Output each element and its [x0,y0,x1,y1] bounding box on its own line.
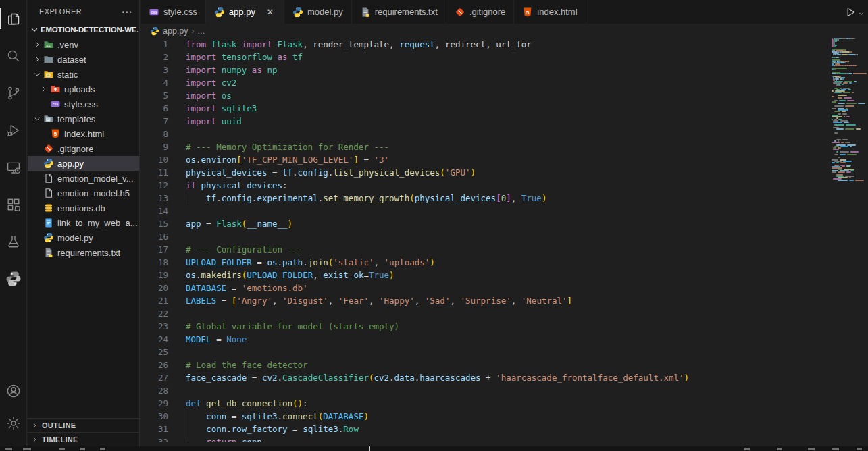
run-python-file-button[interactable] [845,7,856,18]
code-line[interactable]: 25 [141,346,829,359]
activity-bar-item-settings[interactable] [0,407,27,440]
explorer-more-actions-icon[interactable]: ··· [122,8,132,15]
html-icon: 5 [522,7,533,18]
activity-bar-item-extensions[interactable] [0,186,27,223]
minimap-line [846,171,851,173]
line-number: 13 [141,192,168,205]
code-line[interactable]: 3import numpy as np [141,63,829,76]
activity-bar-item-search[interactable] [0,37,27,74]
minimap-line [846,103,857,104]
minimap-line [841,142,844,143]
root-folder-label: EMOTION-DETECTION-WE... [41,26,139,34]
file-style.css[interactable]: cssstyle.css [28,97,139,111]
file-emotion-model-v...[interactable]: emotion_model_v... [28,171,139,186]
activity-bar-item-python[interactable] [0,260,27,297]
tab-.gitignore[interactable]: .gitignore [446,0,514,24]
code-line[interactable]: 17# --- Configuration --- [141,243,829,256]
folder-templates[interactable]: templates [28,111,139,126]
code-line[interactable]: 9# --- Memory Optimization for Render --… [141,140,829,153]
minimap-line [852,38,855,39]
code-line[interactable]: 31 conn.row_factory = sqlite3.Row [141,423,829,435]
line-number: 8 [141,128,168,140]
code-line[interactable]: 29def get_db_connection(): [141,397,829,410]
chevron-down-icon[interactable] [32,69,43,80]
code-line[interactable]: 21LABELS = ['Angry', 'Disgust', 'Fear', … [141,294,829,307]
chevron-down-icon[interactable] [32,113,43,124]
file-emotion-model.h5[interactable]: emotion_model.h5 [28,186,139,201]
tab-label: app.py [229,7,255,17]
minimap-line [845,128,854,130]
chevron-right-icon[interactable] [32,39,43,50]
code-line[interactable]: 11physical_devices = tf.config.list_phys… [141,166,829,179]
folder-static-icon [43,69,54,80]
activity-bar-item-run-debug[interactable] [0,111,27,149]
code-editor[interactable]: 1from flask import Flask, render_templat… [141,38,829,442]
files-icon [5,11,22,27]
minimap-line [840,151,850,153]
code-line[interactable]: 13 tf.config.experimental.set_memory_gro… [141,192,829,205]
code-line[interactable]: 6import sqlite3 [141,102,829,115]
minimap-line [833,122,842,123]
code-line[interactable]: 32 return conn [141,435,829,442]
tab-style.css[interactable]: cssstyle.css [141,0,206,24]
activity-bar-item-testing[interactable] [0,223,27,260]
code-line[interactable]: 19os.makedirs(UPLOAD_FOLDER, exist_ok=Tr… [141,269,829,282]
file-.gitignore[interactable]: .gitignore [28,141,139,156]
activity-bar-item-account[interactable] [0,375,27,407]
tab-requirements.txt[interactable]: requirements.txt [352,0,446,24]
code-line[interactable]: 5import os [141,89,829,102]
explorer-root-folder[interactable]: EMOTION-DETECTION-WE... [28,22,139,37]
explorer-title: EXPLORER [39,7,82,16]
folder-static[interactable]: static [28,67,139,82]
file-emotions.db[interactable]: emotions.db [28,201,139,215]
code-line[interactable]: 23# Global variable for model (starts em… [141,320,829,333]
chevron-right-icon[interactable] [39,84,49,95]
file-app.py[interactable]: app.py [28,156,139,171]
file-requirements.txt[interactable]: requirements.txt [28,245,139,260]
activity-bar-item-source-control[interactable] [0,74,27,111]
panel-timeline[interactable]: TIMELINE [28,432,139,446]
breadcrumb[interactable]: app.py › ... [141,24,868,38]
minimap-line [842,111,846,112]
code-line[interactable]: 16 [141,230,829,243]
code-line[interactable]: 20DATABASE = 'emotions.db' [141,282,829,294]
minimap-line [847,100,854,101]
breadcrumb-more[interactable]: ... [198,26,205,36]
code-line[interactable]: 12if physical_devices: [141,179,829,192]
folder-dataset[interactable]: dataset [28,52,139,67]
code-line[interactable]: 24MODEL = None [141,333,829,346]
breadcrumb-file[interactable]: app.py [163,26,188,36]
close-icon[interactable]: ✕ [265,7,276,17]
minimap[interactable] [829,38,868,416]
tab-index.html[interactable]: 5index.html [514,0,586,24]
tab-model.py[interactable]: model.py [284,0,352,24]
code-line[interactable]: 27face_cascade = cv2.CascadeClassifier(c… [141,371,829,384]
chevron-right-icon[interactable] [32,54,43,65]
activity-bar-item-remote-explorer[interactable] [0,149,27,186]
code-line-content: app = Flask(__name__) [186,217,292,230]
minimap-line [844,97,851,99]
code-line[interactable]: 26# Load the face detector [141,359,829,371]
panel-outline[interactable]: OUTLINE [28,418,139,432]
code-line[interactable]: 8 [141,128,829,140]
file-index.html[interactable]: 5index.html [28,126,139,141]
folder-uploads[interactable]: uploads [28,82,139,97]
code-line[interactable]: 28 [141,384,829,397]
code-line[interactable]: 4import cv2 [141,76,829,89]
code-line[interactable]: 14 [141,205,829,217]
code-line[interactable]: 7import uuid [141,115,829,128]
code-line[interactable]: 10os.environ['TF_CPP_MIN_LOG_LEVEL'] = '… [141,153,829,166]
folder-.venv[interactable]: .venv [28,37,139,52]
run-dropdown-chevron-icon[interactable] [857,8,865,16]
code-line[interactable]: 2import tensorflow as tf [141,51,829,63]
code-line[interactable]: 18UPLOAD_FOLDER = os.path.join('static',… [141,256,829,269]
file-model.py[interactable]: model.py [28,230,139,245]
code-line[interactable]: 30 conn = sqlite3.connect(DATABASE) [141,410,829,423]
minimap-line [832,96,834,97]
tab-app.py[interactable]: app.py✕ [206,0,284,24]
file-link-to-my-web-a...[interactable]: link_to_my_web_a... [28,215,139,230]
code-line[interactable]: 1from flask import Flask, render_templat… [141,38,829,51]
code-line[interactable]: 22 [141,307,829,320]
code-line[interactable]: 15app = Flask(__name__) [141,217,829,230]
activity-bar-item-explorer[interactable] [0,0,27,37]
